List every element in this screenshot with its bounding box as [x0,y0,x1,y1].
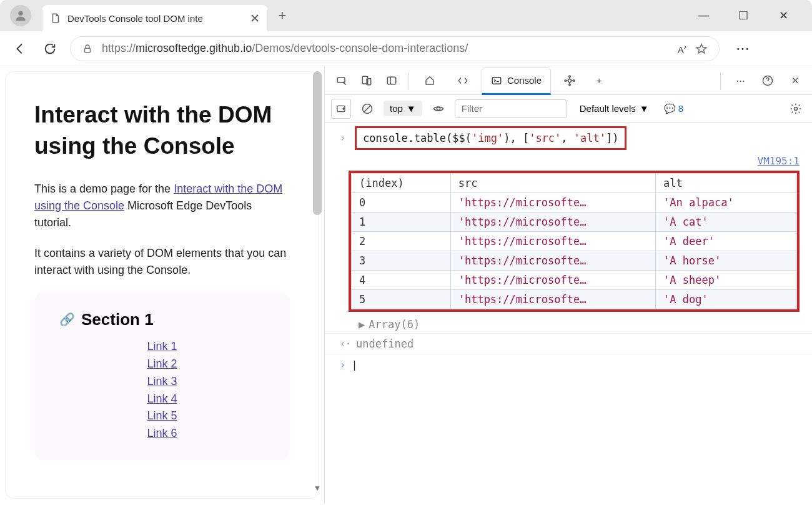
back-button[interactable] [10,39,30,59]
cell-index: 2 [352,232,451,251]
vm-source-link[interactable]: VM195:1 [325,154,812,168]
section-link[interactable]: Link 2 [59,356,265,373]
devtools-tabs: Console + ⋯ ✕ [325,66,812,95]
cell-src: 'https://microsofte… [450,232,655,251]
url-field[interactable]: https://microsoftedge.github.io/Demos/de… [70,36,720,61]
menu-button[interactable]: ⋯ [736,41,750,57]
cell-alt: 'A horse' [656,251,797,271]
table-row: 0'https://microsofte…'An alpaca' [352,193,797,212]
browser-chrome: DevTools Console tool DOM inte + — ☐ ✕ h… [0,0,812,66]
cursor: | [352,359,357,371]
window-controls: — ☐ ✕ [692,9,807,22]
cell-alt: 'An alpaca' [656,193,797,212]
console-prompt[interactable]: ›| [325,354,812,371]
cell-alt: 'A deer' [656,232,797,251]
section-link[interactable]: Link 4 [59,391,265,408]
cell-src: 'https://microsofte… [450,212,655,232]
console-tab[interactable]: Console [482,68,551,95]
url-text: https://microsoftedge.github.io/Demos/de… [102,42,669,55]
console-settings-button[interactable] [786,99,806,119]
person-icon [14,9,27,22]
svg-point-7 [568,79,572,82]
section-link[interactable]: Link 5 [59,408,265,425]
content-split: Interact with the DOM using the Console … [0,66,812,504]
cell-alt: 'A cat' [656,212,797,232]
svg-point-0 [18,11,22,16]
cell-index: 4 [352,271,451,290]
page-panel: Interact with the DOM using the Console … [0,66,324,504]
inspect-icon[interactable] [331,70,352,91]
console-table-highlight: (index) src alt 0'https://microsofte…'An… [349,171,800,312]
dock-icon[interactable] [381,70,402,91]
table-row: 1'https://microsofte…'A cat' [352,212,797,232]
page-content: Interact with the DOM using the Console … [5,71,319,499]
clear-console-button[interactable] [357,99,377,119]
return-row: ‹·undefined [325,333,812,354]
cell-alt: 'A sheep' [656,271,797,290]
console-tab-label: Console [507,75,542,86]
section-box: 🔗Section 1 Link 1 Link 2 Link 3 Link 4 L… [34,292,290,460]
section-link[interactable]: Link 1 [59,338,265,356]
cell-src: 'https://microsofte… [450,193,655,212]
scrollbar-thumb[interactable] [313,71,322,215]
add-tab-button[interactable]: + [588,70,610,91]
array-summary-row[interactable]: ▶Array(6) [325,316,812,333]
sidebar-toggle[interactable] [331,99,351,119]
cell-index: 5 [352,290,451,309]
svg-rect-5 [387,77,395,84]
minimize-button[interactable]: — [692,9,715,22]
elements-tab[interactable] [448,67,478,94]
cell-src: 'https://microsofte… [450,290,655,309]
address-bar: https://microsoftedge.github.io/Demos/de… [0,31,812,66]
cell-index: 3 [352,251,451,271]
context-select[interactable]: top▼ [384,101,422,116]
section-link[interactable]: Link 6 [59,425,265,442]
close-icon[interactable] [250,13,260,23]
new-tab-button[interactable]: + [271,8,294,24]
cell-src: 'https://microsofte… [450,271,655,290]
welcome-tab[interactable] [415,67,444,94]
filter-input[interactable] [455,99,567,118]
return-icon: ‹· [340,338,351,349]
console-table: (index) src alt 0'https://microsofte…'An… [351,173,797,309]
reload-button[interactable] [40,39,60,59]
close-window-button[interactable]: ✕ [772,9,795,22]
device-icon[interactable] [356,70,377,91]
favorite-icon[interactable] [695,42,708,55]
log-levels-select[interactable]: Default levels▼ [580,103,649,114]
table-row: 4'https://microsofte…'A sheep' [352,271,797,290]
read-aloud-icon[interactable]: A› [678,42,686,55]
table-header[interactable]: (index) [352,174,451,193]
browser-tab[interactable]: DevTools Console tool DOM inte [42,5,267,31]
table-header[interactable]: alt [656,174,797,193]
scroll-down-icon[interactable]: ▼ [314,484,321,492]
section-link[interactable]: Link 3 [59,373,265,391]
svg-rect-1 [85,48,91,52]
console-toolbar: top▼ Default levels▼ 💬8 [325,95,812,122]
close-devtools-button[interactable]: ✕ [785,70,806,91]
more-tools-button[interactable]: ⋯ [730,70,751,91]
expand-icon[interactable]: ▶ [359,318,365,331]
svg-point-15 [437,107,440,110]
file-icon [50,12,61,24]
maximize-button[interactable]: ☐ [732,9,755,22]
svg-point-16 [795,107,798,110]
issues-badge[interactable]: 💬8 [664,103,683,114]
page-scrollbar[interactable]: ▼ [313,71,322,492]
sources-tab[interactable] [555,67,585,94]
profile-avatar[interactable] [10,5,31,26]
issue-icon: 💬 [664,103,676,114]
link-icon: 🔗 [59,312,75,327]
table-header[interactable]: src [450,174,655,193]
section-heading: 🔗Section 1 [59,310,265,329]
live-expression-button[interactable] [428,99,448,119]
page-title: Interact with the DOM using the Console [34,99,290,162]
lock-icon [82,43,93,54]
console-body: › console.table($$('img'), ['src', 'alt'… [325,122,812,504]
cell-index: 1 [352,212,451,232]
chevron-down-icon: ▼ [640,103,649,114]
chevron-down-icon: ▼ [407,103,416,114]
console-icon [491,75,502,86]
help-button[interactable] [757,70,778,91]
cell-alt: 'A dog' [656,290,797,309]
